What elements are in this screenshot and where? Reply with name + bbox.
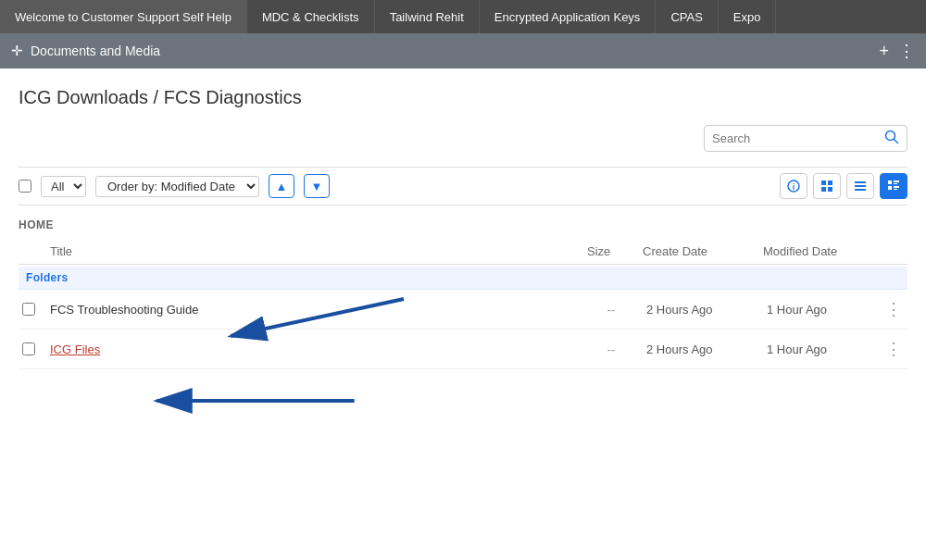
svg-rect-12 — [894, 180, 899, 182]
all-select[interactable]: All — [41, 176, 86, 197]
row-create-date-1: 2 Hours Ago — [639, 303, 759, 317]
main-content: ICG Downloads / FCS Diagnostics All Orde… — [0, 68, 926, 560]
table-row: ICG Files -- 2 Hours Ago 1 Hour Ago ⋮ — [19, 330, 907, 369]
info-view-button[interactable]: i — [780, 173, 807, 199]
row-create-date-2: 2 Hours Ago — [639, 342, 759, 356]
toolbar: All Order by: Modified Date ▲ ▼ i — [19, 167, 907, 205]
row-size-2: -- — [583, 342, 639, 356]
detail-view-button[interactable] — [880, 173, 907, 199]
svg-rect-16 — [894, 189, 897, 190]
svg-rect-5 — [828, 180, 832, 185]
nav-item-tailwind[interactable]: Tailwind Rehit — [375, 0, 480, 33]
col-checkbox — [19, 243, 46, 260]
col-title: Title — [46, 243, 583, 260]
row-actions-1[interactable]: ⋮ — [880, 299, 907, 319]
svg-rect-4 — [821, 180, 826, 185]
grid-view-button[interactable] — [813, 173, 841, 199]
list-view-button[interactable] — [846, 173, 874, 199]
dm-header-actions: + ⋮ — [879, 43, 915, 59]
documents-media-header: ✛ Documents and Media + ⋮ — [0, 33, 926, 68]
nav-item-expo[interactable]: Expo — [719, 0, 777, 33]
col-create-date: Create Date — [639, 243, 759, 260]
nav-item-mdc[interactable]: MDC & Checklists — [247, 0, 375, 33]
row-modified-date-2: 1 Hour Ago — [759, 342, 880, 356]
table-header: Title Size Create Date Modified Date — [19, 239, 907, 265]
select-all-checkbox[interactable] — [19, 180, 31, 193]
search-icon — [884, 130, 899, 144]
search-bar — [19, 125, 907, 152]
info-icon: i — [787, 180, 800, 193]
svg-text:i: i — [793, 182, 795, 192]
search-input[interactable] — [712, 131, 884, 145]
order-by-select[interactable]: Order by: Modified Date — [95, 176, 259, 197]
sort-desc-button[interactable]: ▼ — [304, 174, 330, 198]
svg-rect-7 — [828, 187, 832, 192]
toolbar-left: All Order by: Modified Date ▲ ▼ — [19, 174, 330, 198]
col-modified-date: Modified Date — [759, 243, 880, 260]
svg-rect-9 — [855, 185, 866, 187]
table-row: FCS Troubleshooting Guide -- 2 Hours Ago… — [19, 290, 907, 330]
row-modified-date-1: 1 Hour Ago — [759, 303, 880, 317]
drag-handle-icon: ✛ — [11, 43, 23, 59]
sort-desc-icon: ▼ — [311, 180, 323, 193]
row-title-1: FCS Troubleshooting Guide — [46, 303, 583, 317]
search-icon-button[interactable] — [884, 130, 899, 147]
toolbar-right: i — [780, 173, 907, 199]
svg-rect-8 — [855, 181, 866, 183]
svg-rect-11 — [888, 180, 892, 184]
list-icon — [854, 180, 867, 193]
nav-item-welcome[interactable]: Welcome to Customer Support Self Help — [0, 0, 247, 33]
sort-asc-icon: ▲ — [276, 180, 288, 193]
row-size-1: -- — [583, 303, 639, 317]
search-input-wrap — [704, 125, 907, 152]
svg-rect-6 — [821, 187, 826, 192]
svg-rect-10 — [855, 189, 866, 191]
dm-header-title: Documents and Media — [31, 44, 160, 58]
page-title: ICG Downloads / FCS Diagnostics — [19, 87, 907, 108]
folders-section-label: Folders — [19, 267, 907, 290]
svg-rect-15 — [894, 186, 899, 188]
table-body: FCS Troubleshooting Guide -- 2 Hours Ago… — [19, 290, 907, 369]
svg-rect-14 — [888, 186, 892, 190]
home-label: HOME — [19, 215, 907, 235]
row-actions-2[interactable]: ⋮ — [880, 339, 907, 359]
col-actions — [880, 243, 907, 260]
more-options-button[interactable]: ⋮ — [898, 43, 915, 59]
sort-asc-button[interactable]: ▲ — [269, 174, 294, 198]
top-navigation: Welcome to Customer Support Self Help MD… — [0, 0, 926, 33]
nav-item-encrypted[interactable]: Encrypted Application Keys — [480, 0, 657, 33]
detail-view-icon — [887, 180, 900, 193]
col-size: Size — [583, 243, 639, 260]
row-checkbox-2[interactable] — [22, 342, 35, 355]
dm-header-title-group: ✛ Documents and Media — [11, 43, 160, 59]
grid-icon — [820, 180, 833, 193]
row-checkbox-1[interactable] — [22, 303, 35, 316]
svg-rect-13 — [894, 183, 897, 184]
row-title-2[interactable]: ICG Files — [46, 342, 583, 356]
nav-item-cpas[interactable]: CPAS — [656, 0, 718, 33]
svg-line-1 — [895, 140, 898, 143]
add-button[interactable]: + — [879, 43, 889, 59]
